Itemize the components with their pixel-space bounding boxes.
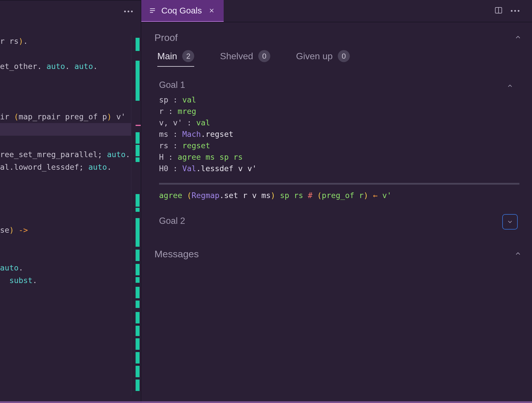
goal-class-tab[interactable]: Given up0	[296, 50, 350, 67]
editor-tabbar	[0, 1, 141, 22]
goal-class-label: Given up	[296, 51, 333, 62]
code-line	[0, 173, 131, 186]
section-proof-title: Proof	[154, 32, 178, 43]
goal-class-count: 0	[258, 50, 270, 62]
goal-class-tabs: Main2Shelved0Given up0	[154, 50, 522, 67]
goal-class-count: 2	[182, 50, 194, 62]
goal-conclusion: agree (Regmap.set r v ms) sp rs # (preg_…	[159, 191, 519, 206]
chevron-down-icon[interactable]	[503, 215, 517, 229]
goal-class-tab[interactable]: Main2	[157, 50, 194, 67]
chevron-up-icon[interactable]	[514, 248, 522, 260]
code-line	[0, 73, 131, 85]
section-messages-title: Messages	[154, 248, 199, 260]
code-line: ree_set_mreg_parallel; auto.	[0, 148, 131, 161]
code-line	[0, 199, 131, 211]
code-line	[0, 85, 131, 98]
tab-coq-goals[interactable]: Coq Goals	[141, 0, 224, 22]
code-line: ir (map_rpair preg_of p) v'	[0, 110, 131, 123]
code-line	[0, 48, 131, 60]
code-line: auto.	[0, 262, 131, 274]
status-bar	[0, 401, 532, 403]
goal-class-tab[interactable]: Shelved0	[220, 50, 270, 67]
goal-block: Goal 2	[154, 211, 522, 235]
close-icon[interactable]	[207, 6, 216, 15]
goals-panel: Coq Goals Proof	[141, 0, 532, 403]
section-proof-header[interactable]: Proof	[154, 29, 522, 48]
chevron-up-icon[interactable]	[503, 79, 517, 93]
code-line	[0, 123, 131, 136]
code-line	[0, 186, 131, 199]
code-line: al.loword_lessdef; auto.	[0, 161, 131, 173]
code-line	[0, 98, 131, 110]
code-line: r rs).	[0, 35, 131, 48]
editor-gutter	[131, 35, 141, 396]
panel-tabbar: Coq Goals	[141, 0, 532, 22]
split-editor-icon[interactable]	[494, 6, 503, 16]
chevron-up-icon[interactable]	[514, 32, 522, 43]
goal-class-count: 0	[338, 50, 350, 62]
goal-title: Goal 1	[159, 78, 185, 94]
editor-body[interactable]: r rs).et_other. auto. auto.ir (map_rpair…	[0, 35, 131, 403]
panel-overflow-icon[interactable]	[511, 10, 519, 12]
hypotheses: sp : valr : mregv, v' : valms : Mach.reg…	[159, 94, 519, 178]
list-icon	[149, 7, 156, 14]
tab-title: Coq Goals	[161, 6, 202, 15]
goal-block: Goal 1sp : valr : mregv, v' : valms : Ma…	[154, 75, 522, 211]
section-messages-header[interactable]: Messages	[154, 246, 522, 265]
editor-pane: r rs).et_other. auto. auto.ir (map_rpair…	[0, 0, 141, 403]
code-line	[0, 236, 131, 249]
goal-class-label: Main	[157, 51, 177, 62]
code-line: se) ->	[0, 224, 131, 236]
code-line	[0, 136, 131, 148]
goal-class-label: Shelved	[220, 51, 253, 62]
code-line: et_other. auto. auto.	[0, 60, 131, 73]
code-line	[0, 211, 131, 224]
goal-title: Goal 2	[159, 214, 185, 230]
code-line: subst.	[0, 274, 131, 287]
goal-separator	[159, 183, 519, 185]
code-line	[0, 249, 131, 262]
editor-overflow-icon[interactable]	[124, 11, 133, 12]
